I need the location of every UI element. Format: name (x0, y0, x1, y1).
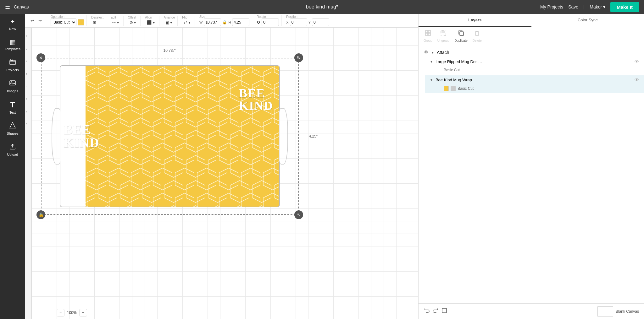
collapse-arrow-bee-kind[interactable]: ▼ (430, 78, 433, 82)
eye-icon-bee-kind[interactable]: 👁 (635, 77, 639, 82)
svg-rect-45 (475, 32, 479, 35)
svg-rect-42 (442, 31, 443, 33)
tab-color-sync[interactable]: Color Sync (531, 14, 644, 27)
zoom-out-button[interactable]: − (57, 309, 64, 316)
sidebar-item-new[interactable]: + New (0, 14, 25, 35)
edit-button[interactable]: ✏ ▾ (111, 19, 121, 26)
offset-group: Offset ⊙ ▾ (128, 16, 141, 26)
undo-button[interactable]: ↩ (29, 17, 36, 24)
operation-select[interactable]: Basic Cut (51, 19, 76, 26)
layer-group-bee-kind: ▼ Bee Kind Mug Wrap 👁 Basic Cut (419, 75, 644, 93)
redo-button[interactable]: ↪ (37, 17, 43, 24)
mug-outline: BEEKIND BEEKIND (60, 65, 280, 207)
undo-canvas-button[interactable] (424, 307, 430, 315)
arrange-button[interactable]: ▣ ▾ (164, 19, 174, 26)
delete-button[interactable]: Delete (473, 30, 482, 42)
color-swatch-gray (451, 86, 456, 91)
layer-item-basic-cut-2[interactable]: Basic Cut (425, 84, 644, 93)
duplicate-button[interactable]: Duplicate (454, 30, 468, 42)
panel-toolbar: Group Ungroup Duplicate (419, 27, 644, 45)
ruler-vertical: 1 2 3 4 5 6 7 8 9 (25, 20, 31, 319)
menu-icon[interactable]: ☰ (5, 3, 10, 10)
y-input[interactable] (312, 19, 329, 26)
canvas-label: Canvas (14, 4, 29, 9)
align-label: Align (145, 16, 152, 19)
lock-handle[interactable]: 🔒 (36, 210, 45, 219)
blank-canvas-preview (597, 306, 613, 316)
width-input[interactable] (204, 19, 221, 26)
svg-rect-43 (444, 31, 445, 33)
rotate-input[interactable] (262, 19, 279, 26)
ungroup-button[interactable]: Ungroup (437, 30, 449, 42)
collapse-arrow-large-ripped[interactable]: ▼ (430, 60, 433, 63)
x-input[interactable] (290, 19, 307, 26)
delete-icon (474, 30, 480, 38)
layer-group-header-bee-kind[interactable]: ▼ Bee Kind Mug Wrap 👁 (425, 75, 644, 84)
sidebar-item-projects[interactable]: Projects (0, 55, 25, 76)
sidebar-item-text[interactable]: T Text (0, 97, 25, 118)
svg-rect-38 (428, 30, 430, 33)
arrange-group: Arrange ▣ ▾ (164, 16, 178, 26)
collapse-arrow-attach[interactable]: ▼ (431, 51, 434, 54)
delete-label: Delete (473, 39, 482, 42)
blank-canvas-label: Blank Canvas (616, 309, 639, 314)
group-button[interactable]: Group (424, 30, 432, 42)
sidebar-item-images[interactable]: Images (0, 76, 25, 97)
upload-icon (9, 143, 16, 151)
deselect-label: Deselect (91, 16, 103, 19)
layers-panel: Layers Color Sync Group (418, 14, 644, 319)
canvas-grid[interactable]: ✕ ↻ 🔒 ⤡ 10.737" 4.25" (31, 20, 418, 319)
align-button[interactable]: ⬛ ▾ (145, 19, 157, 26)
sidebar-item-templates[interactable]: ▦ Templates (0, 35, 25, 55)
offset-label: Offset (128, 16, 136, 19)
flip-button[interactable]: ⇄ ▾ (182, 19, 192, 26)
lock-icon[interactable]: 🔒 (222, 20, 227, 24)
close-handle[interactable]: ✕ (36, 53, 45, 62)
scale-handle[interactable]: ⤡ (294, 210, 303, 219)
make-it-button[interactable]: Make It (610, 2, 639, 12)
rotate-handle[interactable]: ↻ (294, 53, 303, 62)
bee-kind-text-left: BEEKIND (64, 123, 99, 149)
design-container[interactable]: ✕ ↻ 🔒 ⤡ 10.737" 4.25" (41, 58, 299, 215)
sidebar-item-upload[interactable]: Upload (0, 139, 25, 160)
svg-text:5: 5 (26, 73, 27, 75)
bee-kind-text-right: BEEKIND (239, 87, 273, 112)
sidebar-label-templates: Templates (5, 47, 20, 51)
flip-label: Flip (182, 16, 187, 19)
eye-icon-large-ripped[interactable]: 👁 (635, 59, 639, 64)
layer-group-header-large-ripped[interactable]: ▼ Large Ripped Mug Desi... 👁 (425, 57, 644, 66)
svg-rect-39 (425, 33, 428, 35)
duplicate-icon (458, 30, 464, 38)
rotate-label: Rotate (257, 15, 266, 19)
deselect-group: Deselect ⊞ (91, 16, 106, 26)
offset-button[interactable]: ⊙ ▾ (128, 19, 138, 26)
sidebar-label-new: New (9, 27, 16, 31)
fullscreen-button[interactable] (441, 307, 447, 315)
maker-button[interactable]: Maker ▾ (590, 4, 605, 9)
design-viewport: 0 1 2 3 4 5 6 7 8 9 10 11 12 13 14 15 16… (25, 14, 418, 319)
zoom-in-button[interactable]: + (79, 309, 87, 316)
plus-icon: + (82, 311, 84, 315)
layer-group-large-ripped: ▼ Large Ripped Mug Desi... 👁 Basic Cut (419, 57, 644, 74)
x-label: X (286, 20, 288, 24)
my-projects-button[interactable]: My Projects (540, 4, 563, 9)
svg-point-3 (11, 82, 12, 83)
top-right-controls: My Projects Save | Maker ▾ Make It (540, 2, 639, 12)
deselect-button[interactable]: ⊞ (91, 19, 98, 26)
layer-group-header-attach[interactable]: 👁 ▼ Attach (419, 48, 644, 57)
blank-canvas-controls: Blank Canvas (597, 306, 639, 316)
rotate-group: Rotate ↻ (257, 15, 282, 26)
operation-color-swatch[interactable] (78, 19, 84, 25)
layer-item-basic-cut-1[interactable]: Basic Cut (425, 66, 644, 74)
sidebar-item-shapes[interactable]: Shapes (0, 118, 25, 139)
svg-rect-37 (425, 30, 428, 33)
redo-canvas-button[interactable] (432, 307, 439, 315)
group-icon (425, 30, 431, 38)
height-input[interactable] (232, 19, 249, 26)
eye-icon-attach[interactable]: 👁 (424, 50, 429, 55)
separator: | (583, 4, 585, 10)
layer-group-attach: 👁 ▼ Attach ▼ Large Ripped Mug Desi... 👁 … (419, 48, 644, 93)
svg-text:9: 9 (26, 123, 27, 126)
save-button[interactable]: Save (568, 4, 578, 9)
tab-layers[interactable]: Layers (419, 14, 531, 27)
